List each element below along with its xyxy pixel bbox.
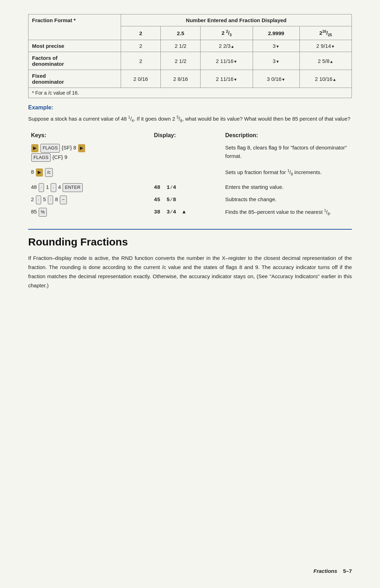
kdd-display-4: 45 5⁄8 [151,194,222,206]
kdd-row-2: 8 ▶ /c Sets up fraction format for 1/8 i… [28,164,352,179]
footer-label: Fractions [314,568,337,574]
kdd-desc-1: Sets flag 8, clears flag 9 for "factors … [222,142,352,164]
dot-key-1: · [39,183,44,192]
percent-key: % [39,208,47,217]
table-cell: 2 10/16▲ [299,70,352,88]
table-cell: 2 8/16 [161,70,201,88]
kdd-row-5: 85 % 38 3⁄4 ▲ Finds the 85–percent value… [28,206,352,218]
kdd-desc-5: Finds the 85–percent value to the neares… [222,206,352,218]
col-header-desc: Description: [222,131,352,142]
footer-page: 5–7 [343,568,352,574]
kdd-display-5: 38 3⁄4 ▲ [151,206,222,218]
rounding-fractions-title: Rounding Fractions [28,236,352,248]
table-row-most-precise: Most precise 2 2 1/2 2 2/3▲ 3▼ 2 9/14▼ [28,40,352,52]
table-col-val-3: 2 2/3 [201,26,253,40]
table-footnote: * For a /c value of 16. [28,88,352,98]
table-cell: 2 9/14▼ [299,40,352,52]
kdd-desc-4: Subtracts the change. [222,194,352,206]
kdd-keys-2: 8 ▶ /c [28,164,151,179]
example-section: Example: Suppose a stock has a current v… [28,104,352,124]
kdd-keys-5: 85 % [28,206,151,218]
dot-key-2: · [51,183,56,192]
kdd-row-4: 2 · 5 · 8 − 45 5⁄8 Subtracts the change. [28,194,352,206]
table-row-fixed: Fixeddenominator 2 0/16 2 8/16 2 11/16▼ … [28,70,352,88]
table-cell: 3▼ [253,52,299,70]
table-cell: 3 0/16▼ [253,70,299,88]
example-text: Suppose a stock has a current value of 4… [28,114,352,124]
table-col-val-5: 216/25 [299,26,352,40]
kdd-display-3: 48 1⁄4 [151,179,222,194]
kdd-keys-4: 2 · 5 · 8 − [28,194,151,206]
table-col1-header: Fraction Format * [28,14,121,40]
kdd-row-3: 48 · 1 · 4 ENTER 48 1⁄4 Enters the start… [28,179,352,194]
divc-key: /c [45,168,53,177]
table-cell: 2 11/16▼ [201,70,253,88]
fraction-format-table: Fraction Format * Number Entered and Fra… [28,14,352,98]
table-row-factors: Factors ofdenominator 2 2 1/2 2 11/16▼ 3… [28,52,352,70]
minus-key: − [60,196,67,204]
enter-key: ENTER [63,183,82,192]
col-header-display: Display: [151,131,222,142]
rounding-fractions-body: If Fraction–display mode is active, the … [28,254,352,290]
kdd-desc-2: Sets up fraction format for 1/8 incremen… [222,164,352,179]
table-cell: 2 [121,40,160,52]
flags-key-1: FLAGS [40,144,60,153]
table-cell: 2 [121,52,160,70]
dot-key-3: · [36,196,42,204]
kdd-keys-3: 48 · 1 · 4 ENTER [28,179,151,194]
col-header-keys: Keys: [28,131,151,142]
page-footer: Fractions 5–7 [314,568,352,574]
shift-key-3: ▶ [36,168,43,177]
table-cell: 2 1/2 [161,40,201,52]
table-col-group-header: Number Entered and Fraction Displayed [121,14,352,26]
kdd-display-2 [151,164,222,179]
table-cell: 2 5/8▲ [299,52,352,70]
table-col-val-4: 2.9999 [253,26,299,40]
table-footnote-row: * For a /c value of 16. [28,88,352,98]
section-divider [28,229,352,230]
dot-key-4: · [48,196,53,204]
shift-key-2: ▶ [78,144,85,152]
keys-display-desc-table: Keys: Display: Description: ▶ FLAGS {SF}… [28,131,352,218]
table-cell: 3▼ [253,40,299,52]
table-cell: 2 11/16▼ [201,52,253,70]
flags-key-2: FLAGS [31,153,51,162]
kdd-display-1 [151,142,222,164]
row-label-most-precise: Most precise [28,40,121,52]
table-cell: 2 2/3▲ [201,40,253,52]
row-label-factors: Factors ofdenominator [28,52,121,70]
table-cell: 2 0/16 [121,70,160,88]
shift-key-1: ▶ [31,144,38,152]
kdd-row-1: ▶ FLAGS {SF} 8 ▶ FLAGS {CF} 9 Sets flag … [28,142,352,164]
table-col-val-1: 2 [121,26,160,40]
row-label-fixed: Fixeddenominator [28,70,121,88]
table-cell: 2 1/2 [161,52,201,70]
kdd-keys-1: ▶ FLAGS {SF} 8 ▶ FLAGS {CF} 9 [28,142,151,164]
table-col-val-2: 2.5 [161,26,201,40]
kdd-desc-3: Enters the starting value. [222,179,352,194]
example-label: Example: [28,104,352,111]
